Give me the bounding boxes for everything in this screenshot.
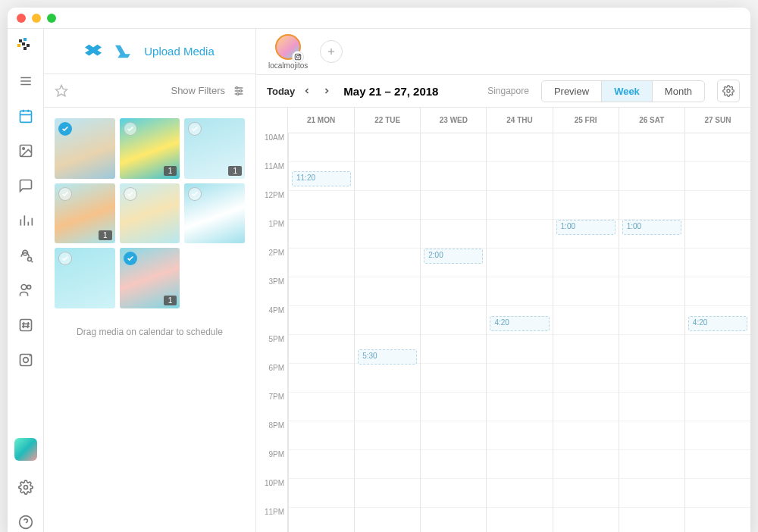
scheduled-slot[interactable]: 5:30 [358, 349, 417, 365]
settings-icon[interactable] [17, 479, 34, 496]
svg-line-21 [31, 261, 33, 263]
day-header: 21 MON [288, 108, 354, 133]
day-header: 27 SUN [684, 108, 750, 133]
svg-point-20 [27, 258, 31, 261]
svg-marker-35 [56, 85, 67, 95]
svg-rect-24 [20, 320, 31, 331]
add-account-button[interactable] [320, 40, 343, 63]
media-tab-icon[interactable] [17, 142, 34, 159]
select-check-icon[interactable] [58, 122, 72, 136]
day-column[interactable]: 4:20 [684, 133, 750, 532]
scheduled-slot[interactable]: 4:20 [688, 316, 747, 331]
hour-label: 1PM [256, 220, 287, 249]
hour-label: 8PM [256, 421, 287, 450]
hour-label: 4PM [256, 306, 287, 335]
preview-view-button[interactable]: Preview [542, 81, 601, 102]
select-check-icon[interactable] [124, 252, 137, 265]
day-column[interactable]: 1:00 [553, 133, 619, 532]
prev-week-button[interactable] [299, 83, 315, 99]
timezone-label[interactable]: Singapore [487, 86, 529, 96]
scheduled-slot[interactable]: 1:00 [622, 220, 681, 235]
menu-toggle-icon[interactable] [17, 73, 34, 89]
svg-rect-9 [20, 111, 31, 122]
select-check-icon[interactable] [124, 187, 137, 201]
week-view-button[interactable]: Week [601, 81, 652, 102]
calendar-settings-button[interactable] [717, 80, 740, 102]
calendar-tab-icon[interactable] [17, 108, 34, 124]
hour-label: 7PM [256, 393, 287, 421]
usage-count-badge: 1 [228, 166, 242, 176]
svg-point-39 [240, 89, 242, 92]
day-header: 24 THU [486, 108, 552, 133]
today-button[interactable]: Today [267, 86, 295, 97]
hour-label: 6PM [256, 364, 287, 393]
date-range: May 21 – 27, 2018 [343, 85, 438, 98]
scheduled-slot[interactable]: 1:00 [556, 220, 615, 235]
instagram-badge-icon [292, 51, 304, 63]
next-week-button[interactable] [319, 83, 334, 99]
month-view-button[interactable]: Month [652, 81, 704, 102]
scheduled-slot[interactable]: 2:00 [424, 249, 483, 264]
hour-label: 9PM [256, 450, 287, 479]
select-check-icon[interactable] [188, 187, 202, 201]
media-thumb[interactable] [55, 118, 115, 179]
show-filters-button[interactable]: Show Filters [171, 85, 225, 96]
hashtag-tab-icon[interactable] [17, 317, 34, 333]
media-thumb[interactable] [55, 248, 115, 308]
hour-label: 11PM [256, 508, 287, 532]
window-minimize-icon[interactable] [32, 14, 41, 23]
help-icon[interactable] [17, 514, 34, 530]
linkinbio-tab-icon[interactable] [17, 352, 34, 368]
dropbox-icon[interactable] [85, 43, 102, 60]
day-header: 23 WED [420, 108, 486, 133]
day-column[interactable]: 4:20 [486, 133, 552, 532]
media-thumb[interactable]: 1 [184, 118, 245, 179]
window-maximize-icon[interactable] [47, 14, 56, 23]
upload-media-button[interactable]: Upload Media [144, 45, 215, 58]
svg-rect-4 [27, 44, 30, 47]
media-thumb[interactable]: 1 [120, 248, 180, 308]
hour-label: 5PM [256, 335, 287, 364]
drag-hint: Drag media on calendar to schedule [44, 319, 255, 345]
select-check-icon[interactable] [124, 122, 137, 136]
svg-point-47 [727, 89, 730, 92]
day-column[interactable]: 5:30 [354, 133, 420, 532]
window-close-icon[interactable] [17, 14, 26, 23]
svg-point-44 [299, 55, 300, 55]
media-panel: Upload Media Show Filters 1111 Drag medi… [44, 29, 256, 532]
day-header: 26 SAT [619, 108, 684, 133]
hour-label: 10PM [256, 479, 287, 508]
scheduled-slot[interactable]: 4:20 [490, 316, 549, 331]
hour-label: 11AM [256, 162, 287, 191]
star-filter-icon[interactable] [55, 84, 68, 98]
day-column[interactable]: 11:20 [288, 133, 354, 532]
main-area: localmojitos Today May 21 – 27, 2018 Sin… [256, 29, 750, 532]
google-drive-icon[interactable] [115, 44, 130, 59]
analytics-tab-icon[interactable] [17, 212, 34, 229]
day-column[interactable]: 2:00 [420, 133, 486, 532]
svg-rect-5 [23, 47, 27, 50]
conversations-tab-icon[interactable] [17, 177, 34, 194]
hour-label: 12PM [256, 191, 287, 220]
day-header: 25 FRI [553, 108, 619, 133]
user-avatar[interactable] [14, 438, 37, 461]
account-avatar[interactable] [275, 34, 301, 60]
select-check-icon[interactable] [58, 187, 72, 201]
svg-point-30 [23, 358, 28, 363]
team-tab-icon[interactable] [17, 282, 34, 299]
svg-line-31 [30, 355, 31, 356]
media-thumb[interactable] [184, 183, 245, 244]
app-logo[interactable] [17, 38, 34, 55]
filter-sliders-icon[interactable] [233, 85, 245, 97]
day-header: 22 TUE [354, 108, 420, 133]
search-users-tab-icon[interactable] [17, 247, 34, 264]
svg-point-32 [23, 486, 27, 490]
media-thumb[interactable] [120, 183, 180, 244]
media-thumb[interactable]: 1 [120, 118, 180, 179]
left-rail [8, 29, 44, 532]
hour-label: 2PM [256, 249, 287, 277]
day-column[interactable]: 1:00 [619, 133, 684, 532]
media-thumb[interactable]: 1 [55, 183, 115, 244]
svg-point-37 [236, 86, 238, 89]
scheduled-slot[interactable]: 11:20 [292, 171, 351, 186]
